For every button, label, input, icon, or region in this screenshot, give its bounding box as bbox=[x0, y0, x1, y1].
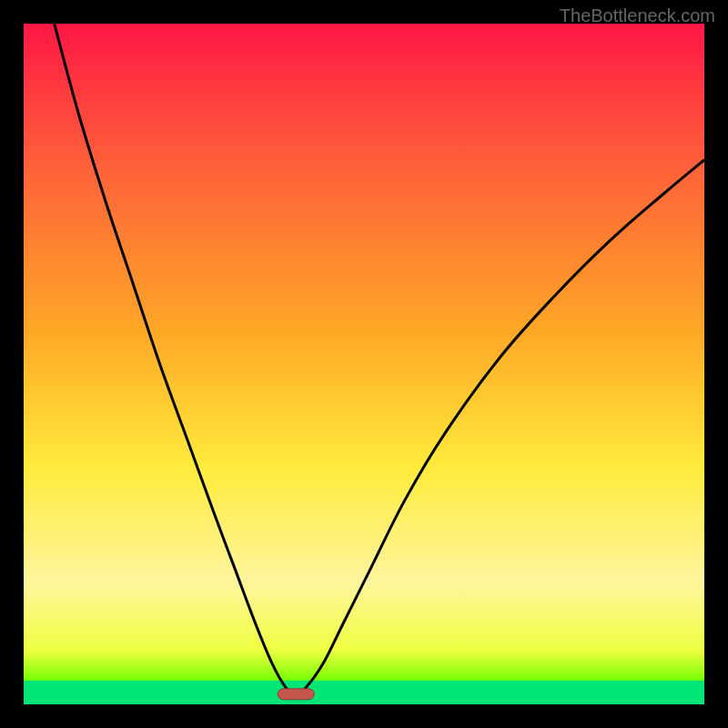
chart-container: TheBottleneck.com bbox=[0, 0, 728, 728]
plot-background bbox=[24, 24, 704, 704]
bottleneck-marker bbox=[278, 689, 314, 700]
chart-svg bbox=[0, 0, 728, 728]
green-band bbox=[24, 681, 704, 704]
watermark-text: TheBottleneck.com bbox=[560, 5, 715, 26]
